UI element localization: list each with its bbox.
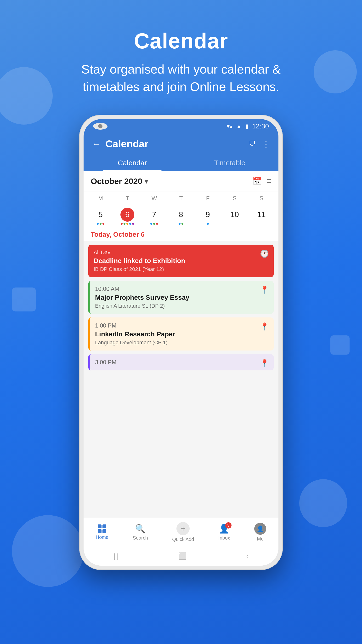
wifi-icon: ▾▴ <box>227 123 233 130</box>
event-title-deadline: Deadline linked to Exhibition <box>94 257 268 265</box>
day-header-s2: S <box>248 194 275 203</box>
day-cell-9[interactable]: 9 <box>194 206 221 226</box>
event-deadline-icon: 🕐 <box>260 250 269 258</box>
week-row: 5 6 <box>83 205 279 227</box>
calendar-view-icon[interactable]: 📅 <box>252 176 262 186</box>
search-icon: 🔍 <box>135 524 146 534</box>
day-header-m: M <box>87 194 114 203</box>
status-icons: ▾▴ ▲ ▮ 12:30 <box>227 122 269 130</box>
day-dots-5 <box>97 223 104 225</box>
nav-item-me[interactable]: 👤 Me <box>254 523 266 542</box>
page-subtitle: Stay organised with your calendar & time… <box>49 60 313 96</box>
day-header-t1: T <box>114 194 141 203</box>
event-allday-badge: All Day <box>94 250 268 256</box>
day-dots-6 <box>121 223 134 225</box>
svg-rect-4 <box>12 288 36 312</box>
status-bar: ▾▴ ▲ ▮ 12:30 <box>83 119 279 134</box>
nav-item-home[interactable]: Home <box>96 524 108 540</box>
month-year-label: October 2020 <box>91 176 142 186</box>
event-card-deadline[interactable]: All Day Deadline linked to Exhibition IB… <box>88 244 274 277</box>
event-location-icon-1: 📍 <box>260 286 269 294</box>
event-time-linkedin: 1:00 PM <box>95 322 268 329</box>
day-cell-8[interactable]: 8 <box>168 206 194 226</box>
month-title: October 2020 ▾ <box>91 176 148 186</box>
nav-label-home: Home <box>96 534 108 540</box>
more-options-icon[interactable]: ⋮ <box>262 139 270 149</box>
nav-label-search: Search <box>133 535 148 541</box>
event-card-linkedin[interactable]: 1:00 PM LinkedIn Research Paper Language… <box>88 318 274 350</box>
day-headers: M T W T F S S <box>83 192 279 205</box>
day-number-10: 10 <box>228 208 242 222</box>
day-cell-7[interactable]: 7 <box>141 206 168 226</box>
tab-calendar[interactable]: Calendar <box>83 154 181 171</box>
event-subtitle-deadline: IB DP Class of 2021 (Year 12) <box>94 266 268 272</box>
recents-icon[interactable]: ||| <box>113 552 119 560</box>
camera-lens <box>98 124 102 128</box>
day-header-t2: T <box>168 194 194 203</box>
tabs: Calendar Timetable <box>83 154 279 171</box>
day-cell-11[interactable]: 11 <box>248 206 275 226</box>
event-location-icon-3: 📍 <box>260 359 269 367</box>
day-number-6-today: 6 <box>120 208 134 222</box>
status-time: 12:30 <box>252 122 269 130</box>
event-title-essay: Major Prophets Survey Essay <box>95 294 268 302</box>
day-dots-9 <box>207 223 209 225</box>
nav-item-search[interactable]: 🔍 Search <box>133 524 148 541</box>
today-text: Today, October 6 <box>91 231 145 238</box>
header-right: ⛉ ⋮ <box>249 139 270 149</box>
nav-label-quick-add: Quick Add <box>172 537 194 542</box>
day-dots-8 <box>179 223 183 225</box>
signal-icon: ▲ <box>236 123 242 130</box>
page-title: Calendar <box>134 29 228 54</box>
back-button[interactable]: ← <box>92 139 100 149</box>
home-icon <box>98 524 106 533</box>
day-number-7: 7 <box>147 208 161 222</box>
day-cell-10[interactable]: 10 <box>221 206 248 226</box>
day-number-5: 5 <box>94 208 107 222</box>
header-title: Calendar <box>105 138 148 150</box>
day-header-w: W <box>141 194 168 203</box>
phone-shell: ▾▴ ▲ ▮ 12:30 ← Calendar ⛉ ⋮ <box>79 115 283 570</box>
day-number-8: 8 <box>174 208 188 222</box>
quick-add-icon: + <box>176 522 190 535</box>
bottom-nav: Home 🔍 Search + Quick Add <box>83 518 279 546</box>
camera-notch <box>93 123 107 130</box>
event-title-linkedin: LinkedIn Research Paper <box>95 330 268 338</box>
svg-rect-5 <box>330 336 350 354</box>
day-cell-6[interactable]: 6 <box>114 206 141 226</box>
home-system-icon[interactable]: ⬜ <box>178 552 187 560</box>
month-dropdown-icon[interactable]: ▾ <box>145 177 148 185</box>
nav-item-quick-add[interactable]: + Quick Add <box>172 522 194 542</box>
battery-icon: ▮ <box>245 123 249 130</box>
nav-item-inbox[interactable]: 👤 3 Inbox <box>218 524 230 541</box>
month-header: October 2020 ▾ 📅 ≡ <box>83 171 279 192</box>
list-view-icon[interactable]: ≡ <box>267 176 271 186</box>
tab-timetable[interactable]: Timetable <box>181 154 279 171</box>
event-subtitle-essay: English A Literature SL (DP 2) <box>95 303 268 309</box>
event-time-3pm: 3:00 PM <box>95 359 268 366</box>
inbox-badge: 3 <box>225 522 232 528</box>
system-nav: ||| ⬜ ‹ <box>83 546 279 566</box>
event-time-essay: 10:00 AM <box>95 286 268 292</box>
svg-point-2 <box>12 515 84 587</box>
calendar-content: October 2020 ▾ 📅 ≡ M T W T F S S <box>83 171 279 566</box>
day-number-9: 9 <box>201 208 215 222</box>
back-system-icon[interactable]: ‹ <box>246 552 249 560</box>
day-dots-7 <box>150 223 158 225</box>
filter-icon[interactable]: ⛉ <box>249 140 256 148</box>
event-subtitle-linkedin: Language Development (CP 1) <box>95 340 268 346</box>
event-card-essay[interactable]: 10:00 AM Major Prophets Survey Essay Eng… <box>88 281 274 314</box>
month-view-icons: 📅 ≡ <box>252 176 271 186</box>
day-number-11: 11 <box>255 208 268 222</box>
nav-label-inbox: Inbox <box>218 535 230 541</box>
svg-point-0 <box>0 67 53 124</box>
event-location-icon-2: 📍 <box>260 322 269 330</box>
today-label-section: Today, October 6 <box>83 227 279 241</box>
event-card-3pm[interactable]: 3:00 PM 📍 <box>88 354 274 370</box>
nav-label-me: Me <box>257 536 264 542</box>
app-header: ← Calendar ⛉ ⋮ <box>83 134 279 154</box>
svg-point-3 <box>299 479 347 527</box>
day-header-s1: S <box>221 194 248 203</box>
header-left: ← Calendar <box>92 138 148 150</box>
day-cell-5[interactable]: 5 <box>87 206 114 226</box>
